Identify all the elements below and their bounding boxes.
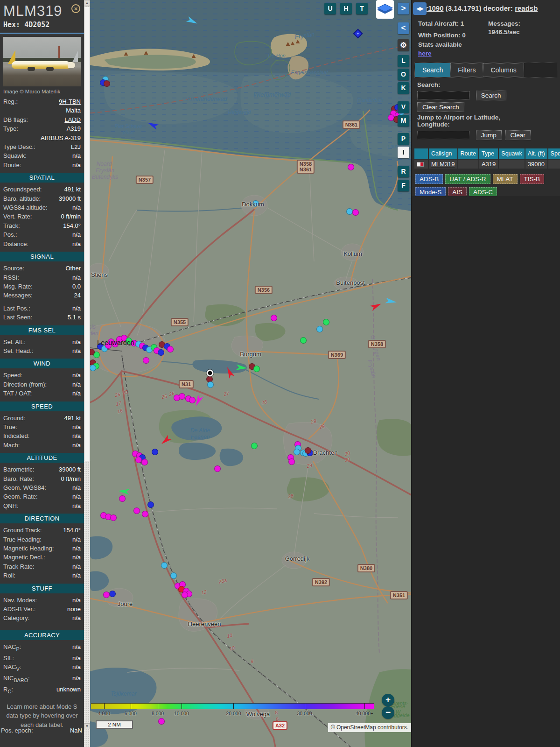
data-value[interactable]: LADD <box>64 116 81 123</box>
aircraft-dot[interactable] <box>182 592 188 598</box>
aircraft-dot[interactable] <box>103 592 110 598</box>
jump-input[interactable] <box>417 131 469 139</box>
tab-search[interactable]: Search <box>415 63 450 77</box>
aircraft-dot[interactable] <box>119 495 126 502</box>
close-icon[interactable]: × <box>71 4 80 13</box>
map-button-r[interactable]: R <box>398 166 409 177</box>
aircraft-dot[interactable] <box>253 366 260 372</box>
source-badge-mode-s[interactable]: Mode-S <box>415 187 446 197</box>
osm-attribution[interactable]: © OpenStreetMap contributors. <box>328 723 411 732</box>
source-badge-tis-b[interactable]: TIS-B <box>520 174 545 184</box>
aircraft-arrow-icon[interactable] <box>186 15 199 28</box>
map-button-m[interactable]: M <box>398 115 409 127</box>
cell-squawk[interactable] <box>499 160 524 169</box>
table-row[interactable]: MLM319A31939000 <box>414 160 560 169</box>
aircraft-dot[interactable] <box>109 591 116 597</box>
column-header[interactable]: Callsign <box>429 148 457 159</box>
clear-search-button[interactable]: Clear Search <box>417 102 464 112</box>
aircraft-dot[interactable] <box>251 443 258 449</box>
stats-here-link[interactable]: here <box>418 49 488 58</box>
cell-spd[interactable] <box>548 160 560 169</box>
zoom-out-button[interactable]: − <box>382 706 394 719</box>
source-badge-ads-b[interactable]: ADS-B <box>415 174 443 184</box>
aircraft-arrow-icon[interactable] <box>118 487 129 496</box>
aircraft-dot[interactable] <box>167 346 174 352</box>
data-value[interactable]: 9H-TBN <box>59 98 81 105</box>
aircraft-dot[interactable] <box>104 80 110 87</box>
aircraft-dot[interactable] <box>294 449 300 455</box>
source-badge-mlat[interactable]: MLAT <box>493 174 518 184</box>
scrollbar-thumb[interactable] <box>84 7 90 461</box>
collapse-arrows-icon[interactable]: ◀▶ <box>413 2 427 15</box>
aircraft-dot[interactable] <box>300 337 307 344</box>
map-button-v[interactable]: V <box>398 101 409 113</box>
source-badge-ads-c[interactable]: ADS-C <box>469 187 497 197</box>
aircraft-dot[interactable] <box>348 164 354 170</box>
selected-aircraft-marker[interactable] <box>207 370 214 377</box>
aircraft-arrow-icon[interactable] <box>385 296 398 306</box>
aircraft-dot[interactable] <box>179 393 185 400</box>
aircraft-dot[interactable] <box>147 501 154 508</box>
layers-button[interactable] <box>376 0 394 19</box>
navaid-diamond-icon[interactable] <box>353 28 363 38</box>
aircraft-dot[interactable] <box>110 514 117 521</box>
zoom-in-button[interactable]: + <box>382 694 394 706</box>
aircraft-dot[interactable] <box>161 562 168 569</box>
aircraft-dot[interactable] <box>135 457 142 463</box>
aircraft-dot[interactable] <box>189 397 196 403</box>
aircraft-dot[interactable] <box>316 326 323 332</box>
left-panel-scrollbar[interactable]: ▲ ▼ <box>84 0 90 747</box>
aircraft-dot[interactable] <box>158 349 164 356</box>
map[interactable]: FryslânDe HonEngelsmanplaatAmelanderwadW… <box>90 0 411 747</box>
cell-callsign[interactable]: MLM319 <box>429 160 457 169</box>
map-button-i[interactable]: I <box>398 147 409 158</box>
aircraft-arrow-icon[interactable] <box>146 119 160 131</box>
map-button-o[interactable]: O <box>398 69 409 80</box>
source-badge-uat-ads-r[interactable]: UAT / ADS-R <box>445 174 490 184</box>
column-header[interactable] <box>414 148 428 159</box>
aircraft-dot[interactable] <box>323 319 329 325</box>
aircraft-dot[interactable] <box>352 209 359 216</box>
map-button-p[interactable]: P <box>398 133 409 145</box>
column-header[interactable]: Alt. (ft) <box>525 148 547 159</box>
readsb-link[interactable]: readsb <box>515 4 538 12</box>
collapse-panel-icon[interactable]: > <box>398 3 409 14</box>
aircraft-photo[interactable] <box>3 37 81 86</box>
aircraft-dot[interactable] <box>207 381 214 388</box>
column-header[interactable]: Type <box>479 148 498 159</box>
map-button-h[interactable]: H <box>340 3 352 14</box>
map-button-u[interactable]: U <box>324 3 336 14</box>
cell-flagcell[interactable] <box>414 160 428 169</box>
aircraft-dot[interactable] <box>271 315 277 321</box>
search-button[interactable]: Search <box>476 91 506 100</box>
cell-alt[interactable]: 39000 <box>525 160 547 169</box>
aircraft-dot[interactable] <box>288 458 295 465</box>
source-badge-ais[interactable]: AIS <box>448 187 467 197</box>
scrollbar-down-icon[interactable]: ▼ <box>84 723 90 729</box>
aircraft-dot[interactable] <box>170 572 177 579</box>
column-header[interactable]: Route <box>458 148 478 159</box>
aircraft-arrow-icon[interactable] <box>236 363 247 372</box>
aircraft-dot[interactable] <box>305 447 311 454</box>
map-button-k[interactable]: K <box>398 82 409 94</box>
aircraft-dot[interactable] <box>252 200 259 207</box>
cell-route[interactable] <box>458 160 478 169</box>
aircraft-dot[interactable] <box>152 449 158 455</box>
aircraft-dot[interactable] <box>141 459 148 465</box>
column-header[interactable]: Squawk <box>499 148 524 159</box>
aircraft-dot[interactable] <box>142 511 148 517</box>
cell-type[interactable]: A319 <box>479 160 498 169</box>
jump-button[interactable]: Jump <box>476 130 502 140</box>
settings-gear-icon[interactable]: ⚙ <box>398 39 409 51</box>
aircraft-dot[interactable] <box>133 507 140 514</box>
aircraft-arrow-icon[interactable] <box>370 300 383 312</box>
tab-filters[interactable]: Filters <box>450 63 483 77</box>
aircraft-dot[interactable] <box>214 465 221 472</box>
map-button-f[interactable]: F <box>398 180 409 191</box>
aircraft-dot[interactable] <box>90 365 96 371</box>
map-button-t[interactable]: T <box>356 3 368 14</box>
expand-panel-icon[interactable]: < <box>398 22 409 34</box>
aircraft-arrow-icon[interactable] <box>159 434 172 447</box>
aircraft-dot[interactable] <box>158 718 165 725</box>
scrollbar-up-icon[interactable]: ▲ <box>84 0 90 6</box>
